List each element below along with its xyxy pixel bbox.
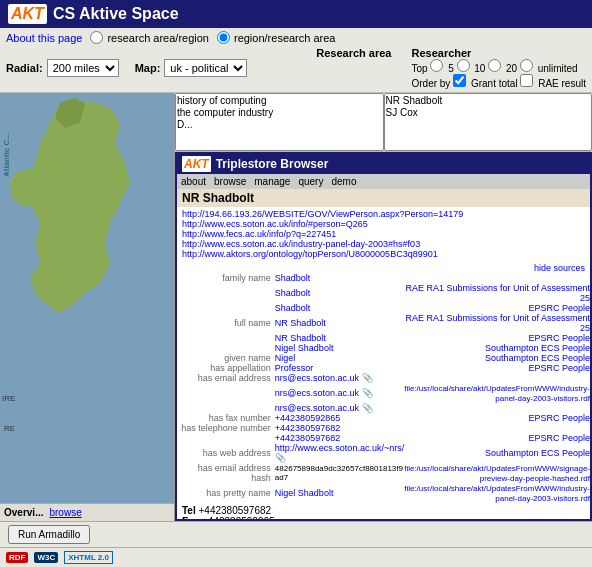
- overview-section: Overvi... browse: [0, 503, 174, 521]
- fax-1[interactable]: +442380592865: [275, 413, 340, 423]
- map-select[interactable]: uk - political: [164, 59, 247, 77]
- email-2[interactable]: nrs@ecs.soton.ac.uk: [275, 388, 359, 398]
- footer: RDF W3C XHTML 2.0: [0, 547, 592, 567]
- atlantic-label: Atlantic C...: [2, 133, 11, 177]
- triplestore-panel: AKT Triplestore Browser about browse man…: [175, 152, 592, 521]
- rdf-badge: RDF: [6, 552, 28, 563]
- web-address[interactable]: http://www.ecs.soton.ac.uk/~nrs/: [275, 443, 404, 453]
- tel-value: +442380597682: [199, 505, 272, 516]
- person-link-2[interactable]: http://www.ecs.soton.ac.uk/info/#person=…: [182, 219, 585, 229]
- table-row: NR Shadbolt EPSRC People: [177, 333, 590, 343]
- table-row: given name Nigel Southampton ECS People: [177, 353, 590, 363]
- header: AKT CS Aktive Space: [0, 0, 592, 28]
- table-row: Shadbolt RAE RA1 Submissions for Unit of…: [177, 283, 590, 303]
- person-link-3[interactable]: http://www.fecs.ac.uk/info/p?q=227451: [182, 229, 585, 239]
- given-name[interactable]: Nigel: [275, 353, 296, 363]
- table-row: family name Shadbolt: [177, 273, 590, 283]
- run-armadillo-button[interactable]: Run Armadillo: [8, 525, 90, 544]
- person-link-1[interactable]: http://194.66.193.26/WEBSITE/GOV/ViewPer…: [182, 209, 585, 219]
- person-link-5[interactable]: http://www.aktors.org/ontology/topPerson…: [182, 249, 585, 259]
- email-3[interactable]: nrs@ecs.soton.ac.uk: [275, 403, 359, 413]
- top-controls: About this page research area/region reg…: [0, 28, 592, 93]
- ts-nav: about browse manage query demo: [177, 174, 590, 189]
- ts-nav-manage[interactable]: manage: [254, 176, 290, 187]
- map-area: Atlantic C... RE IRE: [0, 93, 174, 503]
- family-name-1[interactable]: Shadbolt: [275, 273, 311, 283]
- person-links: http://194.66.193.26/WEBSITE/GOV/ViewPer…: [177, 207, 590, 261]
- w3c-badge: W3C: [34, 552, 58, 563]
- browse-link[interactable]: browse: [49, 507, 81, 518]
- run-armadillo-section: Run Armadillo: [0, 521, 592, 547]
- radio-region-area-input[interactable]: [217, 31, 230, 44]
- radio-area-region-input[interactable]: [90, 31, 103, 44]
- about-link[interactable]: About this page: [6, 32, 82, 44]
- full-name-3[interactable]: Nigel Shadbolt: [275, 343, 334, 353]
- area-list-container: history of computing the computer indust…: [175, 93, 384, 151]
- table-row: has pretty name Nigel Shadbolt file:/usr…: [177, 483, 590, 503]
- full-name-2[interactable]: NR Shadbolt: [275, 333, 326, 343]
- table-row: nrs@ecs.soton.ac.uk 📎 file:/usr/local/sh…: [177, 383, 590, 403]
- radio-region-area[interactable]: region/research area: [217, 31, 336, 44]
- tel-fax-section: Tel +442380597682 Fax +442380592865: [177, 503, 590, 521]
- hide-sources-link[interactable]: hide sources: [534, 263, 585, 273]
- radial-select[interactable]: 200 miles: [47, 59, 119, 77]
- table-row: has email address nrs@ecs.soton.ac.uk 📎: [177, 373, 590, 383]
- person-link-4[interactable]: http://www.ecs.soton.ac.uk/industry-pane…: [182, 239, 585, 249]
- table-row: Nigel Shadbolt Southampton ECS People: [177, 343, 590, 353]
- order-label: Order by: [411, 78, 450, 89]
- table-row: nrs@ecs.soton.ac.uk 📎: [177, 403, 590, 413]
- table-row: full name NR Shadbolt RAE RA1 Submission…: [177, 313, 590, 333]
- fax-label: Fax: [182, 516, 199, 521]
- tel-2[interactable]: +442380597682: [275, 433, 340, 443]
- tel-label: Tel: [182, 505, 196, 516]
- family-name-3[interactable]: Shadbolt: [275, 303, 311, 313]
- radio-area-region[interactable]: research area/region: [90, 31, 209, 44]
- table-row: has email address hash 482675898da9dc326…: [177, 463, 590, 483]
- xhtml-badge: XHTML 2.0: [64, 551, 113, 564]
- re-label: RE: [4, 424, 15, 433]
- ts-title: Triplestore Browser: [216, 157, 329, 171]
- table-row: has appellation Professor EPSRC People: [177, 363, 590, 373]
- ts-data-table: family name Shadbolt Shadbolt RAE RA1 Su…: [177, 273, 590, 503]
- pretty-name[interactable]: Nigel Shadbolt: [275, 488, 334, 498]
- map-svg: [0, 93, 174, 343]
- table-row: has telephone number +442380597682: [177, 423, 590, 433]
- researcher-label: Researcher: [411, 47, 586, 59]
- ts-logo: AKT: [182, 156, 211, 172]
- researcher-select[interactable]: NR Shadbolt SJ Cox: [384, 93, 593, 151]
- ts-header: AKT Triplestore Browser: [177, 154, 590, 174]
- email-1[interactable]: nrs@ecs.soton.ac.uk: [275, 373, 359, 383]
- ts-nav-demo[interactable]: demo: [331, 176, 356, 187]
- overview-label: Overvi...: [4, 507, 43, 518]
- full-name-1[interactable]: NR Shadbolt: [275, 318, 326, 328]
- ireland-region-label: IRE: [2, 394, 15, 403]
- person-title: NR Shadbolt: [177, 189, 590, 207]
- app-title: CS Aktive Space: [53, 5, 179, 23]
- tel-1[interactable]: +442380597682: [275, 423, 340, 433]
- top-label: Top: [411, 63, 427, 74]
- family-name-2[interactable]: Shadbolt: [275, 288, 311, 298]
- table-row: has fax number +442380592865 EPSRC Peopl…: [177, 413, 590, 423]
- area-select[interactable]: history of computing the computer indust…: [175, 93, 384, 151]
- table-row: has web address http://www.ecs.soton.ac.…: [177, 443, 590, 463]
- researcher-list-container: NR Shadbolt SJ Cox: [384, 93, 593, 151]
- research-area-label: Research area: [316, 47, 391, 59]
- ts-nav-browse[interactable]: browse: [214, 176, 246, 187]
- table-row: Shadbolt EPSRC People: [177, 303, 590, 313]
- table-row: +442380597682 EPSRC People: [177, 433, 590, 443]
- ts-nav-query[interactable]: query: [298, 176, 323, 187]
- hide-sources-row: hide sources: [177, 261, 590, 273]
- fax-value: +442380592865: [202, 516, 275, 521]
- ts-nav-about[interactable]: about: [181, 176, 206, 187]
- appellation[interactable]: Professor: [275, 363, 314, 373]
- radial-label: Radial:: [6, 62, 43, 74]
- map-label: Map:: [135, 62, 161, 74]
- akt-logo: AKT: [8, 4, 47, 24]
